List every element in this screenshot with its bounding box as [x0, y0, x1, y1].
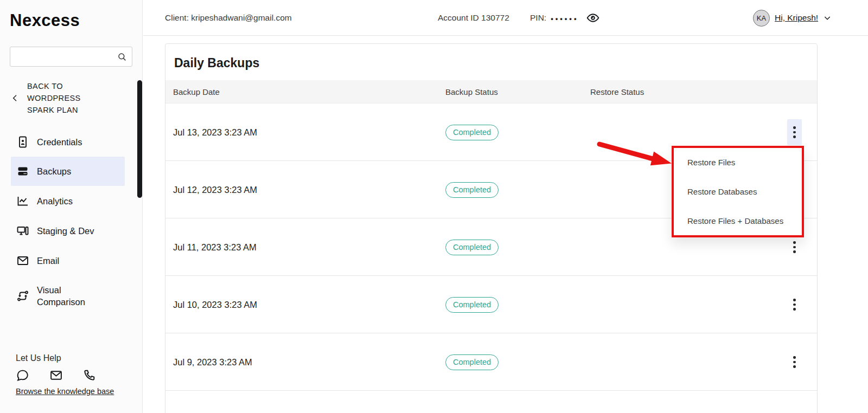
envelope-icon [16, 254, 29, 267]
avatar[interactable]: KA [753, 10, 770, 27]
pin-masked-value: •••••• [551, 15, 578, 23]
back-link-label: BACK TO WORDPRESS SPARK PLAN [27, 80, 93, 116]
nexcess-logo[interactable]: Nexcess [10, 11, 80, 30]
column-backup-date: Backup Date [173, 80, 220, 104]
topbar: Client: kripeshadwani@gmail.com Account … [143, 0, 868, 36]
sidebar-item-label: Backups [37, 165, 71, 177]
column-backup-status: Backup Status [445, 80, 498, 104]
help-title: Let Us Help [16, 353, 114, 363]
page-title: Daily Backups [165, 44, 817, 80]
sidebar-item-label: Credentials [37, 136, 82, 148]
help-section: Let Us Help Browse th [16, 353, 114, 396]
chevron-down-icon[interactable] [823, 14, 832, 22]
sidebar-item-email[interactable]: Email [11, 246, 125, 275]
pin-label: PIN: [530, 13, 546, 23]
backup-date: Jul 13, 2023 3:23 AM [173, 104, 257, 161]
sidebar: Nexcess BACK TO WORDPRESS SPARK PLAN Cre… [0, 0, 143, 413]
monitor-device-icon [16, 224, 29, 237]
menu-item-restore-databases[interactable]: Restore Databases [674, 177, 802, 206]
nexcess-portal: Nexcess BACK TO WORDPRESS SPARK PLAN Cre… [0, 0, 868, 413]
chat-icon[interactable] [16, 369, 29, 382]
search-icon[interactable] [117, 52, 127, 62]
pin-group: PIN: •••••• [530, 0, 600, 36]
account-id-label: Account ID 130772 [438, 0, 509, 36]
backup-date: Jul 11, 2023 3:23 AM [173, 218, 257, 276]
sidebar-scrollbar-thumb[interactable] [137, 80, 142, 198]
status-badge: Completed [445, 240, 499, 255]
user-menu: KA Hi, Kripesh! [753, 0, 832, 36]
reveal-pin-button[interactable] [586, 11, 600, 25]
backup-date: Jul 10, 2023 3:23 AM [173, 276, 257, 333]
row-actions-button[interactable] [787, 234, 802, 260]
sidebar-item-label: Visual Comparison [37, 284, 97, 308]
client-email-label: Client: kripeshadwani@gmail.com [165, 0, 292, 36]
restore-context-menu: Restore Files Restore Databases Restore … [672, 146, 804, 237]
sidebar-item-label: Staging & Dev [37, 225, 94, 237]
status-badge: Completed [445, 297, 499, 313]
status-badge: Completed [445, 125, 499, 140]
line-chart-icon [16, 195, 29, 208]
column-restore-status: Restore Status [590, 80, 644, 104]
sidebar-item-label: Email [37, 255, 59, 267]
user-greeting-link[interactable]: Hi, Kripesh! [775, 13, 818, 23]
sidebar-item-label: Analytics [37, 195, 73, 207]
sidebar-item-visual-comparison[interactable]: Visual Comparison [11, 275, 125, 316]
menu-item-restore-files[interactable]: Restore Files [674, 148, 802, 177]
status-badge: Completed [445, 182, 499, 198]
knowledge-base-link[interactable]: Browse the knowledge base [16, 387, 114, 396]
status-badge: Completed [445, 354, 499, 370]
row-actions-button[interactable] [787, 119, 802, 145]
chevron-left-icon [11, 94, 20, 102]
id-card-icon [16, 135, 29, 149]
backup-date: Jul 12, 2023 3:23 AM [173, 161, 257, 218]
table-row: Jul 9, 2023 3:23 AM Completed [165, 333, 817, 391]
eye-icon [586, 11, 600, 25]
main-content: Daily Backups Backup Date Backup Status … [143, 36, 857, 413]
sidebar-item-analytics[interactable]: Analytics [11, 186, 125, 216]
search-input[interactable] [10, 47, 117, 66]
table-header: Backup Date Backup Status Restore Status [165, 80, 817, 104]
sidebar-item-credentials[interactable]: Credentials [11, 127, 125, 157]
sidebar-nav: Credentials Backups Analytics [0, 127, 143, 316]
row-actions-button[interactable] [787, 292, 802, 318]
row-actions-button[interactable] [787, 349, 802, 375]
backup-date: Jul 9, 2023 3:23 AM [173, 333, 252, 391]
search-box [10, 47, 132, 67]
sidebar-item-staging-dev[interactable]: Staging & Dev [11, 216, 125, 246]
server-stack-icon [16, 165, 29, 178]
table-row: Jul 10, 2023 3:23 AM Completed [165, 276, 817, 333]
compare-route-icon [16, 289, 29, 302]
sidebar-item-backups[interactable]: Backups [11, 157, 125, 186]
back-to-plan-link[interactable]: BACK TO WORDPRESS SPARK PLAN [11, 80, 114, 116]
menu-item-restore-files-databases[interactable]: Restore Files + Databases [674, 206, 802, 235]
phone-icon[interactable] [83, 369, 97, 382]
email-icon[interactable] [49, 369, 63, 382]
